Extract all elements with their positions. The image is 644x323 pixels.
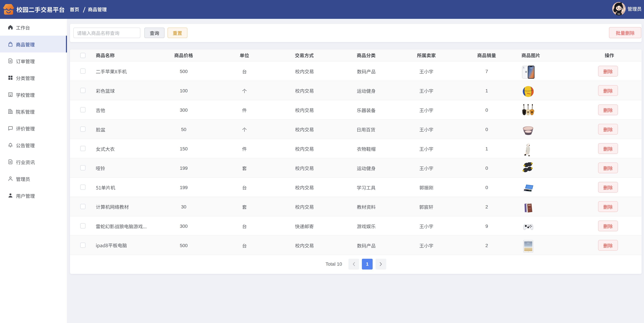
svg-text:9:41: 9:41 xyxy=(527,242,530,244)
svg-text:4:41: 4:41 xyxy=(530,67,532,69)
